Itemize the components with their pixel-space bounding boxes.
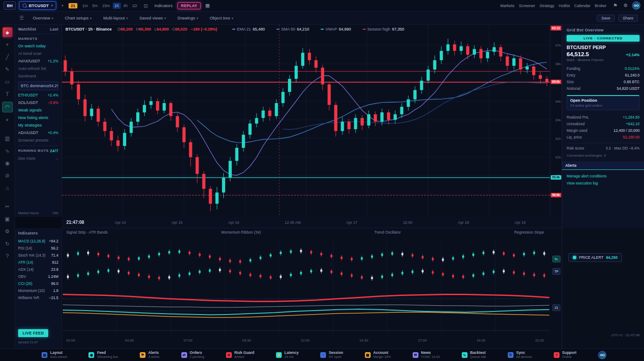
- drawing-tool-icon[interactable]: ⌂: [3, 183, 12, 193]
- status-bar-item[interactable]: ▤ Layout Auto-saved: [42, 351, 67, 359]
- status-bar-item[interactable]: ↻ Sync All devices: [508, 351, 532, 359]
- chart-toolbar-action-button[interactable]: Share: [618, 15, 638, 22]
- indicator-row[interactable]: RSI (14) 56.2: [18, 245, 58, 252]
- watchlist-row[interactable]: New listing alerts: [18, 114, 58, 122]
- chart-edge-badge[interactable]: SL: [552, 256, 560, 262]
- indicator-panel-title[interactable]: Regression Slope: [514, 230, 544, 234]
- app-logo[interactable]: BH: [4, 1, 16, 10]
- drawing-tool-icon[interactable]: ▭: [3, 77, 12, 87]
- watchlist-row[interactable]: BTC dominance 54.2%: [18, 81, 58, 90]
- indicator-row[interactable]: OBV 1.24M: [18, 273, 58, 280]
- chart-toolbar-tab[interactable]: Overview▾: [30, 15, 56, 21]
- status-bar-item[interactable]: ◉ Feed Streaming live: [88, 351, 118, 359]
- timeframe-button[interactable]: 1h: [113, 3, 121, 9]
- watchlist-row[interactable]: On watch today: [18, 42, 58, 50]
- indicator-panel-title[interactable]: Trend Oscillator: [374, 230, 401, 234]
- indicator-row[interactable]: Momentum (10) 1.8: [18, 287, 58, 294]
- status-bar-item[interactable]: ◔ Session NY open: [320, 351, 343, 359]
- watchlist-row[interactable]: MARKETS: [18, 34, 58, 42]
- chart-toolbar-tab[interactable]: Object tree▾: [207, 15, 236, 21]
- drawing-tool-icon[interactable]: ✎: [3, 65, 12, 74]
- topbar-menu-item[interactable]: Broker: [593, 3, 609, 9]
- indicator-row[interactable]: Williams %R −21.5: [18, 294, 58, 301]
- alert-link[interactable]: Manage alert conditions: [567, 173, 606, 180]
- status-avatar[interactable]: GO: [598, 351, 606, 359]
- drawing-tool-icon[interactable]: ▥: [3, 134, 12, 143]
- live-feed-button[interactable]: LIVE FEED: [18, 329, 48, 337]
- timeframe-button[interactable]: 1m: [80, 3, 90, 9]
- price-axis[interactable]: 03:12 67k66k65k64k63k62k61k60k59k65.0k59…: [550, 25, 562, 217]
- alerts-bell-icon[interactable]: ⚑: [612, 3, 619, 8]
- drawing-tool-icon[interactable]: ↻: [3, 239, 12, 249]
- topbar-menu-item[interactable]: Markets: [498, 3, 517, 9]
- drawing-tool-icon[interactable]: ?: [3, 251, 12, 261]
- replay-button[interactable]: REPLAY: [177, 2, 201, 9]
- drawing-tool-icon[interactable]: ⊘: [3, 171, 12, 180]
- alerts-section-header[interactable]: Alerts: [562, 161, 644, 170]
- menu-icon[interactable]: ☰: [19, 15, 24, 21]
- position-details-panel[interactable]: Grid Bot Overview LIVE · CONNECTED BTC/U…: [562, 25, 644, 228]
- chart-toolbar-action-button[interactable]: Save: [597, 15, 615, 22]
- status-bar-item[interactable]: ∿ Backtest Queue idle: [462, 351, 486, 359]
- drawing-tool-icon[interactable]: ▣: [3, 214, 12, 224]
- drawing-tool-icon[interactable]: ◉: [3, 158, 12, 168]
- topbar-menu-item[interactable]: Hotlist: [556, 3, 572, 9]
- watchlist-row[interactable]: Sentiment: [18, 73, 58, 80]
- chart-toolbar-tab[interactable]: Drawings▾: [175, 15, 201, 21]
- status-bar-item[interactable]: ✉ News FOMC 14:00: [413, 351, 440, 359]
- connection-banner[interactable]: LIVE · CONNECTED: [567, 35, 640, 42]
- watchlist-row[interactable]: My strategies: [18, 122, 58, 129]
- drawing-tool-icon[interactable]: ∿: [3, 146, 12, 156]
- symbol-search-input[interactable]: BTCUSDT ▾: [19, 1, 56, 10]
- drawing-tool-icon[interactable]: ╱: [3, 52, 12, 62]
- watchlist-row[interactable]: Screener presets: [18, 137, 58, 144]
- gear-icon[interactable]: ⚙: [622, 3, 629, 8]
- drawing-tool-icon[interactable]: ✂: [3, 202, 12, 211]
- watchlist-row[interactable]: Weak signals: [18, 107, 58, 114]
- drawing-tool-icon[interactable]: ⌖: [3, 115, 12, 125]
- indicator-row[interactable]: Stoch %K (14,3) 71.4: [18, 252, 58, 259]
- timeframe-button[interactable]: 4h: [122, 3, 130, 9]
- compare-button[interactable]: +: [59, 2, 65, 9]
- indicator-row[interactable]: CCI (20) 96.0: [18, 280, 58, 287]
- status-bar-item[interactable]: ⇄ Orders 2 pending: [181, 351, 204, 359]
- indicator-row[interactable]: ADX (14) 23.8: [18, 266, 58, 273]
- watchlist-row[interactable]: ETH/USDT +2.4%: [18, 92, 58, 99]
- chart-type-button[interactable]: ◫: [142, 2, 150, 9]
- watchlist-row[interactable]: ADA/USDT +0.4%: [18, 129, 58, 137]
- user-avatar[interactable]: GO: [632, 1, 640, 10]
- main-price-chart[interactable]: BTCUSDT · 1h · Binance O65,200 H65,350 L…: [62, 25, 562, 217]
- watchlist-row[interactable]: AI trend scan: [18, 50, 58, 58]
- status-bar-item[interactable]: ? Support Online: [554, 351, 577, 359]
- status-bar-item[interactable]: ⚡ Latency 24 ms: [276, 351, 299, 359]
- status-bar-item[interactable]: ⚑ Alerts 3 active: [140, 351, 160, 359]
- chart-edge-badge[interactable]: 21: [552, 304, 560, 311]
- timeframe-button[interactable]: 1D: [130, 3, 139, 9]
- drawing-tool-icon[interactable]: +: [3, 40, 12, 50]
- watchlist-row[interactable]: RUNNING BOTS 24/7: [18, 146, 58, 155]
- watchlist-row[interactable]: See more →: [18, 154, 58, 162]
- indicator-panel-title[interactable]: Momentum Ribbon (34): [221, 230, 261, 234]
- drawing-tool-icon[interactable]: ◆: [3, 27, 12, 37]
- topbar-menu-item[interactable]: Calendar: [572, 3, 593, 9]
- indicator-row[interactable]: MACD (12,26,9) +84.2: [18, 238, 58, 245]
- watchlist-row[interactable]: AVAX/USDT +1.2%: [18, 58, 58, 65]
- chart-toolbar-tab[interactable]: Chart setups▾: [62, 15, 94, 21]
- watchlist-row[interactable]: Auto-refresh list: [18, 65, 58, 73]
- drawing-tool-icon[interactable]: T: [3, 89, 12, 99]
- status-bar-item[interactable]: ⊘ Risk Guard Armed: [226, 351, 254, 359]
- indicator-panel-title[interactable]: Signal Strip · ATR Bands: [66, 230, 107, 234]
- time-axis[interactable]: 21:47:08 Apr 14Apr 15Apr 1612:45 AMApr 1…: [62, 217, 562, 228]
- status-bar-item[interactable]: ▦ Account Margin 18%: [365, 351, 391, 359]
- watchlist-panel[interactable]: Watchlist Last MARKETS On watch today AI…: [15, 25, 62, 217]
- indicator-row[interactable]: ATR (14) 812: [18, 259, 58, 266]
- timeframe-button[interactable]: 5m: [91, 3, 100, 9]
- chart-edge-badge[interactable]: TP: [552, 268, 560, 275]
- topbar-menu-item[interactable]: Strategy: [537, 3, 557, 9]
- bar-replay-count-badge[interactable]: 21: [69, 3, 77, 8]
- alert-link[interactable]: View execution log: [567, 180, 598, 187]
- indicator-charts-panel[interactable]: Signal Strip · ATR BandsMomentum Ribbon …: [62, 228, 562, 349]
- timeframe-button[interactable]: 15m: [100, 3, 112, 9]
- drawing-tool-icon[interactable]: ⚙: [3, 227, 12, 236]
- drawing-tool-icon[interactable]: ◠: [2, 102, 13, 112]
